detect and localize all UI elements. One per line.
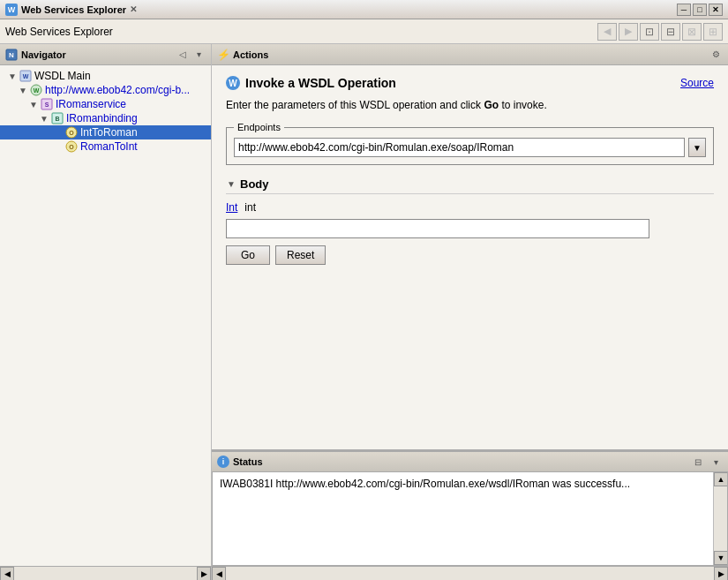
status-message: IWAB0381I http://www.ebob42.com/cgi-bin/… xyxy=(220,478,720,490)
status-header: i Status ⊟ ▾ xyxy=(212,451,728,472)
iromanbinding-label: IRomanbinding xyxy=(66,112,138,124)
minimize-button[interactable]: ─ xyxy=(677,4,691,16)
description-part1: Enter the parameters of this WSDL operat… xyxy=(226,99,481,111)
invoke-title-row: W Invoke a WSDL Operation Source xyxy=(226,76,714,90)
right-panel: ⚡ Actions ⚙ W Invoke a WSDL Operation So… xyxy=(212,44,728,566)
toggle-romantoint xyxy=(53,141,64,152)
tree-item-wsdl-main[interactable]: ▼ W WSDL Main xyxy=(0,69,211,83)
nav-btn-4[interactable]: ⊟ xyxy=(661,23,680,41)
nav-scroll-track xyxy=(14,568,197,580)
toggle-iromanbinding[interactable]: ▼ xyxy=(39,113,49,124)
inttoroman-label: IntToRoman xyxy=(80,126,138,139)
window-controls: ─ □ ✕ xyxy=(677,4,723,16)
body-header: ▼ Body xyxy=(226,177,714,194)
status-menu-btn[interactable]: ▾ xyxy=(709,456,723,468)
romantoint-label: RomanToInt xyxy=(80,140,138,153)
actions-panel: ⚡ Actions ⚙ W Invoke a WSDL Operation So… xyxy=(212,44,728,451)
nav-scroll-right-button[interactable]: ▶ xyxy=(197,567,211,581)
param-name: int xyxy=(244,201,256,214)
navigator-menu-btn[interactable]: ▾ xyxy=(191,49,206,61)
navigator-title: Navigator xyxy=(21,49,172,60)
endpoints-group: Endpoints ▼ xyxy=(226,122,714,165)
forward-button[interactable]: ▶ xyxy=(619,23,638,41)
back-button[interactable]: ◀ xyxy=(597,23,617,41)
status-settings-btn[interactable]: ⊟ xyxy=(691,456,705,468)
invoke-icon: W xyxy=(226,76,240,90)
maximize-button[interactable]: □ xyxy=(693,4,707,16)
romantoint-icon: O xyxy=(65,140,78,153)
go-button[interactable]: Go xyxy=(226,245,270,265)
url-icon: W xyxy=(30,84,42,96)
tree-item-iromanservice[interactable]: ▼ S IRomanservice xyxy=(0,97,211,111)
wsdl-main-icon: W xyxy=(19,70,32,82)
tree-item-inttoroman[interactable]: O IntToRoman xyxy=(0,125,211,139)
navigator-header-buttons: ◁ ▾ xyxy=(176,49,206,61)
iromanservice-label: IRomanservice xyxy=(56,98,126,110)
scroll-down-button[interactable]: ▼ xyxy=(714,551,728,565)
close-button[interactable]: ✕ xyxy=(709,4,723,16)
nav-scroll-left-button[interactable]: ◀ xyxy=(0,567,14,581)
iromanservice-icon: S xyxy=(41,98,53,110)
tree-item-iromanbinding[interactable]: ▼ B IRomanbinding xyxy=(0,111,211,125)
param-input[interactable] xyxy=(226,219,649,238)
param-type-link[interactable]: Int xyxy=(226,201,237,214)
tree-item-url[interactable]: ▼ W http://www.ebob42.com/cgi-b... xyxy=(0,83,211,97)
toggle-url[interactable]: ▼ xyxy=(18,85,28,95)
navigator-collapse-btn[interactable]: ◁ xyxy=(176,49,190,61)
svg-text:N: N xyxy=(9,51,14,59)
reset-button[interactable]: Reset xyxy=(275,245,326,265)
svg-text:B: B xyxy=(55,116,59,122)
endpoint-input[interactable] xyxy=(234,138,685,157)
navigator-tree: ▼ W WSDL Main ▼ W xyxy=(0,65,211,566)
actions-content: W Invoke a WSDL Operation Source Enter t… xyxy=(212,65,728,449)
body-collapse-button[interactable]: ▼ xyxy=(226,179,236,190)
actions-title: Actions xyxy=(233,49,705,60)
status-scrollbar: ▲ ▼ xyxy=(713,472,727,565)
scroll-up-button[interactable]: ▲ xyxy=(714,472,728,486)
nav-btn-6[interactable]: ⊞ xyxy=(703,23,723,41)
toggle-iromanservice[interactable]: ▼ xyxy=(28,99,39,109)
invoke-title: W Invoke a WSDL Operation xyxy=(226,76,396,90)
source-link[interactable]: Source xyxy=(680,77,714,89)
inttoroman-icon: O xyxy=(65,126,78,139)
title-close-icon[interactable]: ✕ xyxy=(130,4,137,14)
svg-text:O: O xyxy=(69,130,74,136)
navigator-header: N Navigator ◁ ▾ xyxy=(0,44,211,65)
navigator-panel: N Navigator ◁ ▾ ▼ W WSDL Main xyxy=(0,44,212,566)
iromanbinding-icon: B xyxy=(51,112,64,124)
body-section: ▼ Body Int int Go Reset xyxy=(226,177,714,265)
invoke-title-text: Invoke a WSDL Operation xyxy=(245,76,396,90)
wsdl-main-label: WSDL Main xyxy=(34,70,91,82)
nav-btn-5[interactable]: ⊠ xyxy=(682,23,702,41)
status-panel: i Status ⊟ ▾ IWAB0381I http://www.ebob42… xyxy=(212,451,728,566)
param-row: Int int xyxy=(226,201,714,214)
description-text: Enter the parameters of this WSDL operat… xyxy=(226,99,714,111)
url-label: http://www.ebob42.com/cgi-b... xyxy=(45,84,190,96)
endpoint-dropdown-button[interactable]: ▼ xyxy=(688,138,706,157)
nav-btn-3[interactable]: ⊡ xyxy=(640,23,659,41)
nav-bottom-scrollbar: ◀ ▶ xyxy=(0,567,212,580)
svg-text:W: W xyxy=(23,73,29,79)
title-bar: W Web Services Explorer ✕ ─ □ ✕ xyxy=(0,0,728,19)
right-bottom-scrollbar: ◀ ▶ xyxy=(212,567,728,580)
status-title: Status xyxy=(233,456,687,467)
svg-text:O: O xyxy=(69,144,74,150)
right-scroll-track xyxy=(226,568,714,580)
endpoints-legend: Endpoints xyxy=(234,122,284,132)
right-scroll-right-button[interactable]: ▶ xyxy=(714,567,728,581)
toggle-wsdl-main[interactable]: ▼ xyxy=(7,71,18,81)
app-icon: W xyxy=(5,4,18,16)
actions-settings-btn[interactable]: ⚙ xyxy=(709,49,723,61)
svg-text:S: S xyxy=(45,102,49,108)
toggle-inttoroman xyxy=(53,127,64,138)
navigator-icon: N xyxy=(5,49,18,61)
tree-item-romantoint[interactable]: O RomanToInt xyxy=(0,139,211,154)
svg-text:W: W xyxy=(34,87,40,94)
right-scroll-left-button[interactable]: ◀ xyxy=(212,567,226,581)
scroll-track-vertical xyxy=(714,486,727,551)
window-title: Web Services Explorer xyxy=(21,4,126,15)
bottom-bar: ◀ ▶ ◀ ▶ xyxy=(0,566,728,580)
endpoints-row: ▼ xyxy=(234,138,706,157)
go-inline: Go xyxy=(484,99,499,111)
main-toolbar: Web Services Explorer ◀ ▶ ⊡ ⊟ ⊠ ⊞ xyxy=(0,19,728,44)
